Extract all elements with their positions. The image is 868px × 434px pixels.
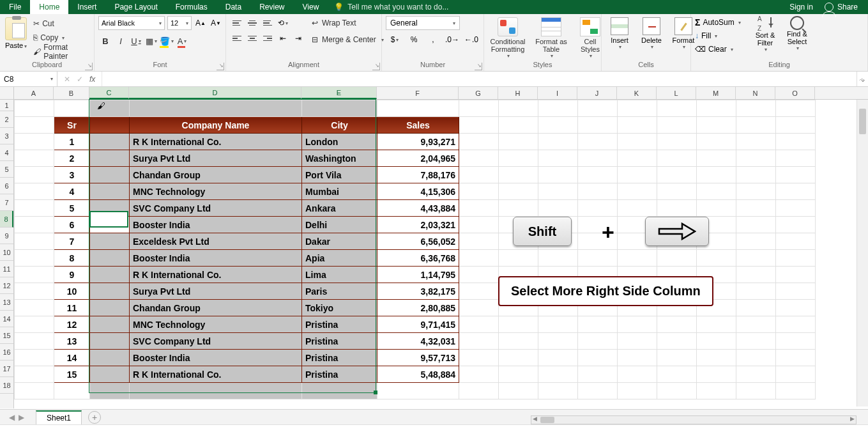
cell-D3[interactable]: R K International Co.: [130, 134, 302, 150]
cell-I3[interactable]: [538, 134, 578, 150]
row-header-14[interactable]: 14: [0, 311, 13, 327]
cell-D12[interactable]: Surya Pvt Ltd: [130, 283, 302, 300]
cell-G11[interactable]: [459, 267, 499, 283]
cell-K3[interactable]: [618, 134, 657, 150]
decrease-indent-button[interactable]: ⇤: [276, 31, 290, 45]
column-header-j[interactable]: J: [577, 87, 617, 99]
font-dialog-launcher[interactable]: ↘: [217, 63, 224, 70]
cell-F1[interactable]: [377, 100, 459, 117]
cell-A3[interactable]: [15, 134, 54, 150]
row-header-11[interactable]: 11: [0, 261, 13, 277]
borders-button[interactable]: ▦▾: [144, 34, 158, 48]
cell-O8[interactable]: [776, 217, 816, 233]
cell-N14[interactable]: [736, 316, 776, 333]
cell-C1[interactable]: [90, 100, 130, 117]
delete-cells-button[interactable]: Delete▾: [637, 16, 666, 50]
cell-D4[interactable]: Surya Pvt Ltd: [130, 150, 302, 167]
column-header-f[interactable]: F: [377, 87, 459, 99]
cell-J18[interactable]: [578, 383, 618, 399]
sheet-tab-sheet1[interactable]: Sheet1: [36, 410, 82, 424]
cell-J1[interactable]: [578, 100, 618, 117]
cells-area[interactable]: SrCompany NameCitySales1R K Internationa…: [14, 100, 868, 408]
column-header-l[interactable]: L: [657, 87, 696, 99]
cell-D15[interactable]: SVC Company Ltd: [130, 333, 302, 350]
cell-N1[interactable]: [736, 100, 776, 117]
cell-O2[interactable]: [776, 117, 816, 134]
cell-N3[interactable]: [736, 134, 776, 150]
merge-center-button[interactable]: ⊟Merge & Center▾: [312, 33, 384, 47]
cell-A2[interactable]: [15, 117, 54, 134]
tab-file[interactable]: File: [0, 0, 30, 14]
row-header-12[interactable]: 12: [0, 277, 13, 294]
row-header-2[interactable]: 2: [0, 111, 13, 128]
tell-me-search[interactable]: 💡 Tell me what you want to do...: [334, 3, 448, 12]
cell-J15[interactable]: [578, 333, 618, 350]
cell-E14[interactable]: Pristina: [302, 316, 377, 333]
cell-A9[interactable]: [15, 233, 54, 250]
font-name-select[interactable]: Arial Black▾: [98, 16, 165, 30]
cell-K15[interactable]: [618, 333, 657, 350]
cell-N13[interactable]: [736, 300, 776, 316]
cell-J3[interactable]: [578, 134, 618, 150]
copy-button[interactable]: ⎘Copy▾: [31, 31, 90, 44]
cell-E1[interactable]: [302, 100, 377, 117]
cell-E18[interactable]: [302, 383, 377, 399]
column-header-a[interactable]: A: [14, 87, 54, 99]
paste-button[interactable]: Paste▾: [5, 42, 27, 49]
cell-C9[interactable]: [90, 233, 130, 250]
cell-B5[interactable]: 3: [54, 167, 90, 183]
cell-D14[interactable]: MNC Technology: [130, 316, 302, 333]
cell-B9[interactable]: 7: [54, 233, 90, 250]
format-as-table-button[interactable]: Format as Table▾: [531, 16, 571, 59]
cell-L18[interactable]: [657, 383, 697, 399]
column-header-k[interactable]: K: [617, 87, 657, 99]
cell-G17[interactable]: [459, 366, 499, 383]
cell-M15[interactable]: [697, 333, 736, 350]
row-header-7[interactable]: 7: [0, 194, 13, 211]
tab-view[interactable]: View: [294, 0, 328, 14]
cell-C12[interactable]: [90, 283, 130, 300]
fill-button[interactable]: ↓Fill▾: [695, 29, 747, 42]
cell-F3[interactable]: 9,93,271: [377, 134, 459, 150]
cell-G16[interactable]: [459, 350, 499, 366]
cell-M6[interactable]: [697, 183, 736, 200]
cell-G10[interactable]: [459, 250, 499, 267]
row-header-18[interactable]: 18: [0, 377, 13, 394]
cell-J6[interactable]: [578, 183, 618, 200]
cell-L1[interactable]: [657, 100, 697, 117]
cell-B14[interactable]: 12: [54, 316, 90, 333]
cell-J14[interactable]: [578, 316, 618, 333]
cell-L4[interactable]: [657, 150, 697, 167]
cell-F2[interactable]: Sales: [377, 117, 459, 134]
collapse-ribbon-button[interactable]: ︿: [859, 74, 865, 83]
orientation-button[interactable]: ⟲▾: [276, 16, 290, 30]
cell-H7[interactable]: [499, 200, 538, 217]
cell-C6[interactable]: [90, 183, 130, 200]
cell-F18[interactable]: [377, 383, 459, 399]
cell-F12[interactable]: 3,82,175: [377, 283, 459, 300]
row-header-1[interactable]: 1: [0, 100, 13, 111]
cell-E5[interactable]: Port Vila: [302, 167, 377, 183]
underline-button[interactable]: U▾: [129, 34, 143, 48]
cell-D7[interactable]: SVC Company Ltd: [130, 200, 302, 217]
cell-J10[interactable]: [578, 250, 618, 267]
cell-H16[interactable]: [499, 350, 538, 366]
cell-B3[interactable]: 1: [54, 134, 90, 150]
align-top-button[interactable]: [230, 16, 244, 30]
cell-D1[interactable]: [130, 100, 302, 117]
cell-B1[interactable]: [54, 100, 90, 117]
cell-C2[interactable]: [90, 117, 130, 134]
cell-K5[interactable]: [618, 167, 657, 183]
fill-color-button[interactable]: 🪣▾: [160, 34, 174, 48]
column-header-i[interactable]: I: [538, 87, 577, 99]
row-header-8[interactable]: 8: [0, 211, 13, 228]
cell-B15[interactable]: 13: [54, 333, 90, 350]
cell-J4[interactable]: [578, 150, 618, 167]
cell-A16[interactable]: [15, 350, 54, 366]
cell-E17[interactable]: Pristina: [302, 366, 377, 383]
tab-page-layout[interactable]: Page Layout: [105, 0, 166, 14]
cell-G8[interactable]: [459, 217, 499, 233]
cell-O3[interactable]: [776, 134, 816, 150]
cell-B12[interactable]: 10: [54, 283, 90, 300]
cell-M10[interactable]: [697, 250, 736, 267]
